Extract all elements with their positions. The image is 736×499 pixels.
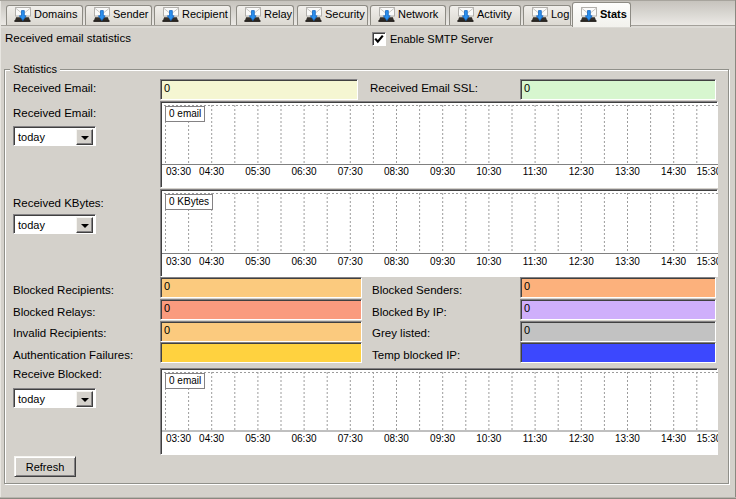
svg-text:08:30: 08:30 [384,256,409,267]
svg-text:03:30: 03:30 [166,433,191,444]
svg-text:06:30: 06:30 [291,256,316,267]
svg-text:15:30: 15:30 [696,433,718,444]
svg-text:11:30: 11:30 [523,256,548,267]
svg-text:12:30: 12:30 [569,166,594,177]
svg-text:13:30: 13:30 [615,433,640,444]
svg-text:14:30: 14:30 [661,166,686,177]
svg-text:09:30: 09:30 [430,166,455,177]
svg-text:13:30: 13:30 [615,166,640,177]
svg-text:11:30: 11:30 [523,433,548,444]
svg-text:07:30: 07:30 [338,256,363,267]
svg-text:06:30: 06:30 [291,166,316,177]
svg-text:08:30: 08:30 [384,433,409,444]
svg-text:13:30: 13:30 [615,256,640,267]
svg-text:15:30: 15:30 [696,256,718,267]
svg-text:12:30: 12:30 [569,256,594,267]
svg-text:07:30: 07:30 [338,166,363,177]
svg-text:07:30: 07:30 [338,433,363,444]
svg-text:10:30: 10:30 [476,433,501,444]
svg-text:05:30: 05:30 [245,256,270,267]
svg-text:08:30: 08:30 [384,166,409,177]
svg-text:11:30: 11:30 [523,166,548,177]
svg-text:09:30: 09:30 [430,256,455,267]
svg-text:15:30: 15:30 [696,166,718,177]
svg-text:03:30: 03:30 [166,166,191,177]
svg-text:09:30: 09:30 [430,433,455,444]
svg-text:04:30: 04:30 [199,166,224,177]
svg-text:12:30: 12:30 [569,433,594,444]
svg-text:06:30: 06:30 [291,433,316,444]
svg-text:05:30: 05:30 [245,433,270,444]
svg-text:04:30: 04:30 [199,256,224,267]
svg-text:05:30: 05:30 [245,166,270,177]
svg-text:14:30: 14:30 [661,433,686,444]
svg-text:03:30: 03:30 [166,256,191,267]
svg-text:10:30: 10:30 [476,166,501,177]
svg-text:14:30: 14:30 [661,256,686,267]
svg-text:04:30: 04:30 [199,433,224,444]
svg-text:10:30: 10:30 [476,256,501,267]
